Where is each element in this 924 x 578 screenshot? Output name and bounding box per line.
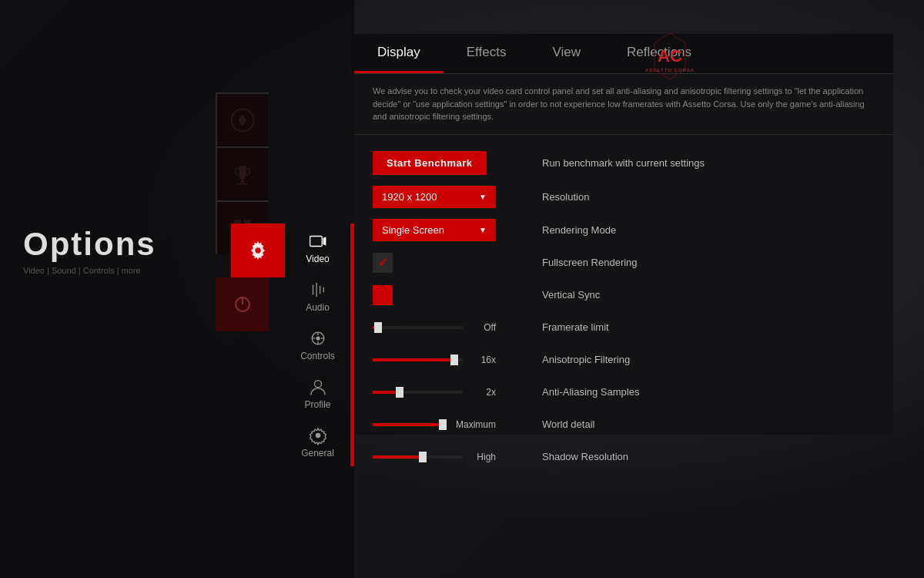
svg-point-21 [316, 336, 320, 340]
resolution-control: 1920 x 1200 ▼ [373, 186, 527, 208]
aa-label: Anti-Aliasing Samples [527, 386, 875, 398]
framerate-row: Off Framerate limit [354, 311, 893, 344]
gear-icon [246, 239, 270, 262]
fullscreen-checkmark: ✓ [378, 255, 388, 270]
shadow-row: High Shadow Resolution [354, 441, 893, 473]
framerate-slider-container: Off [373, 322, 496, 333]
shadow-control: High [373, 452, 527, 462]
svg-point-26 [314, 381, 321, 388]
aa-slider-container: 2x [373, 387, 496, 398]
power-icon [231, 293, 254, 316]
general-gear-icon [308, 425, 328, 445]
framerate-value: Off [469, 322, 496, 333]
svg-text:ASSETTO CORSA: ASSETTO CORSA [645, 68, 695, 72]
benchmark-desc: Run benchmark with current settings [527, 157, 875, 169]
aniso-slider-track[interactable] [373, 358, 463, 361]
vsync-control [373, 285, 527, 305]
resolution-label: Resolution [527, 191, 875, 203]
framerate-slider-thumb [374, 322, 382, 333]
options-subtitle: Video | Sound | Controls | more [0, 266, 231, 275]
svg-point-27 [315, 433, 320, 439]
shadow-value: High [469, 452, 496, 462]
benchmark-row: Start Benchmark Run benchmark with curre… [354, 146, 893, 180]
aa-slider-thumb [396, 387, 403, 398]
vsync-toggle[interactable] [373, 285, 393, 305]
shadow-slider-thumb [419, 452, 427, 462]
aniso-control: 16x [373, 355, 527, 365]
rendering-mode-control: Single Screen ▼ [373, 219, 527, 241]
sidebar-item-audio[interactable]: Audio [285, 272, 354, 321]
world-row: Maximum World detail [354, 408, 893, 441]
rendering-mode-label: Rendering Mode [527, 224, 875, 236]
sidebar-label-controls: Controls [300, 351, 335, 361]
world-value: Maximum [450, 419, 496, 430]
sidebar-label-general: General [301, 448, 334, 459]
aniso-slider-fill [373, 358, 454, 361]
vsync-row: Vertical Sync [354, 279, 893, 311]
svg-text:AC: AC [658, 46, 682, 66]
sidebar-item-general[interactable]: General [285, 418, 354, 466]
aniso-row: 16x Anisotropic Filtering [354, 344, 893, 376]
start-benchmark-button[interactable]: Start Benchmark [373, 151, 487, 175]
world-slider-track[interactable] [373, 423, 444, 426]
rendering-mode-dropdown[interactable]: Single Screen ▼ [373, 219, 496, 241]
gear-button[interactable] [231, 223, 285, 277]
aa-row: 2x Anti-Aliasing Samples [354, 376, 893, 408]
shadow-slider-track[interactable] [373, 455, 463, 459]
world-slider-fill [373, 423, 444, 426]
video-icon [308, 231, 328, 251]
world-label: World detail [527, 418, 875, 430]
aniso-value: 16x [469, 355, 496, 365]
framerate-slider-track[interactable] [373, 326, 463, 329]
resolution-dropdown[interactable]: 1920 x 1200 ▼ [373, 186, 496, 208]
world-control: Maximum [373, 419, 527, 430]
sidebar-label-profile: Profile [304, 399, 330, 410]
aniso-slider-thumb [450, 355, 458, 365]
aa-value: 2x [469, 387, 496, 398]
aniso-label: Anisotropic Filtering [527, 354, 875, 365]
svg-rect-14 [310, 237, 322, 247]
benchmark-control: Start Benchmark [373, 151, 527, 175]
controls-icon [308, 328, 328, 348]
power-button[interactable] [216, 277, 270, 331]
profile-icon [308, 377, 328, 397]
fullscreen-row: ✓ Fullscreen Rendering [354, 247, 893, 279]
aa-slider-track[interactable] [373, 391, 463, 394]
vsync-label: Vertical Sync [527, 289, 875, 301]
fullscreen-label: Fullscreen Rendering [527, 257, 875, 268]
sidebar-item-controls[interactable]: Controls [285, 321, 354, 369]
fullscreen-checkbox[interactable]: ✓ [373, 253, 393, 273]
shadow-label: Shadow Resolution [527, 451, 875, 462]
sidebar-item-profile[interactable]: Profile [285, 369, 354, 418]
power-button-container [216, 277, 270, 331]
sub-nav: Video Audio Controls Profile [285, 223, 354, 466]
rendering-mode-row: Single Screen ▼ Rendering Mode [354, 213, 893, 247]
resolution-row: 1920 x 1200 ▼ Resolution [354, 180, 893, 213]
audio-icon [308, 280, 328, 300]
shadow-slider-container: High [373, 452, 496, 462]
sidebar-label-audio: Audio [306, 302, 330, 313]
world-slider-thumb [439, 419, 447, 430]
shadow-slider-fill [373, 455, 422, 459]
framerate-label: Framerate limit [527, 321, 875, 333]
options-title: Options [0, 226, 231, 263]
sidebar-label-video: Video [306, 254, 329, 264]
settings-area: Start Benchmark Run benchmark with curre… [354, 135, 893, 484]
svg-point-11 [255, 247, 261, 254]
framerate-control: Off [373, 322, 527, 333]
resolution-dropdown-arrow: ▼ [479, 193, 487, 201]
logo-area: AC ASSETTO CORSA [208, 14, 924, 91]
world-slider-container: Maximum [373, 419, 496, 430]
fullscreen-control: ✓ [373, 253, 527, 273]
main-panel: Display Effects View Reflections We advi… [354, 34, 893, 435]
aniso-slider-container: 16x [373, 355, 496, 365]
sidebar-item-video[interactable]: Video [285, 223, 354, 272]
svg-marker-15 [323, 237, 326, 246]
aa-control: 2x [373, 387, 527, 398]
rendering-mode-dropdown-arrow: ▼ [479, 226, 487, 234]
ac-logo-icon: AC ASSETTO CORSA [643, 29, 697, 83]
